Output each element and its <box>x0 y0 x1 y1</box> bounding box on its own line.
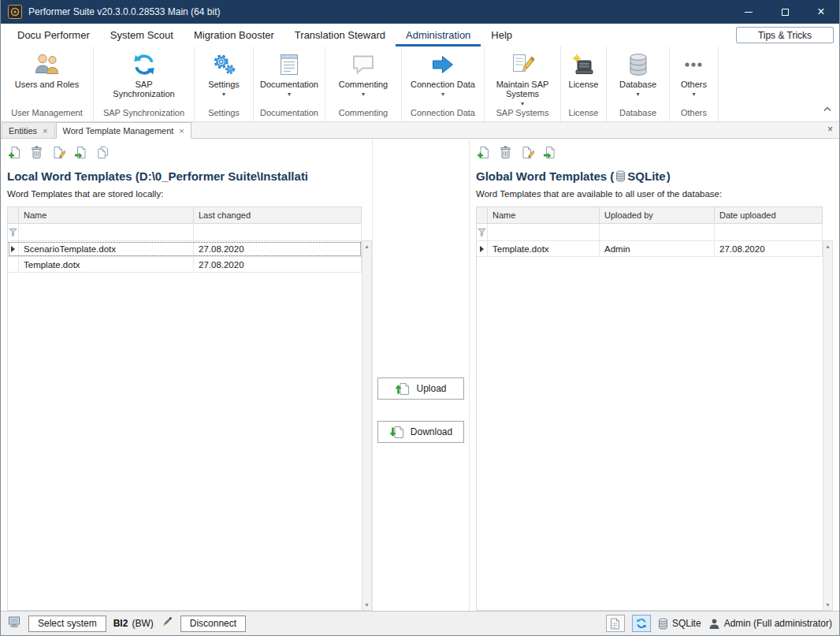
tab-entities[interactable]: Entities × <box>2 122 55 138</box>
commenting-button[interactable]: Commenting ▾ <box>336 50 390 99</box>
row-indicator-cell <box>8 241 19 257</box>
column-header-name[interactable]: Name <box>488 207 600 224</box>
upload-label: Upload <box>416 383 446 394</box>
sap-synchronization-button[interactable]: SAP Synchronization <box>107 50 181 100</box>
template-row[interactable]: ScenarioTemplate.dotx 27.08.2020 <box>8 241 362 257</box>
license-icon <box>571 52 595 77</box>
grid-filter-row <box>477 224 823 241</box>
ribbon-button-label: Commenting <box>339 80 388 89</box>
ribbon-group-label: License <box>561 108 606 121</box>
status-bar: Select system BI2 (BW) Disconnect SQLite… <box>1 611 839 635</box>
ribbon-group-label: User Management <box>1 108 93 121</box>
ribbon-button-label: License <box>569 80 599 89</box>
template-row[interactable]: Template.dotx 27.08.2020 <box>8 257 362 273</box>
vertical-scrollbar[interactable]: ▲ ▼ <box>823 240 833 611</box>
global-add-template-button[interactable] <box>476 145 491 160</box>
local-delete-template-button[interactable] <box>29 145 44 160</box>
filter-cell[interactable] <box>19 224 194 241</box>
documentation-icon <box>278 52 300 77</box>
database-button[interactable]: Database ▾ <box>617 50 659 99</box>
menu-system-scout[interactable]: System Scout <box>100 24 184 46</box>
content-area: Local Word Templates (D:\0_Performer Sui… <box>1 139 839 611</box>
system-name: BI2 <box>113 618 128 629</box>
minimize-button[interactable] <box>730 0 767 24</box>
report-icon <box>610 618 620 630</box>
download-icon <box>389 426 404 439</box>
ribbon-group-label: SAP Synchronization <box>94 108 194 121</box>
minimize-icon <box>745 12 753 13</box>
close-icon[interactable]: × <box>43 127 47 135</box>
license-button[interactable]: License <box>567 50 601 91</box>
scroll-down-icon[interactable]: ▼ <box>364 602 370 608</box>
users-icon <box>34 52 60 77</box>
filter-cell[interactable] <box>715 224 823 241</box>
scroll-up-icon[interactable]: ▲ <box>364 244 370 249</box>
scroll-down-icon[interactable]: ▼ <box>825 602 831 608</box>
close-icon[interactable]: × <box>827 125 833 134</box>
cell-name: Template.dotx <box>19 257 194 273</box>
maintain-sap-systems-button[interactable]: Maintain SAP Systems ▾ <box>485 50 559 108</box>
column-header-date-uploaded[interactable]: Date uploaded <box>715 207 823 224</box>
local-copy-template-button[interactable] <box>95 145 110 160</box>
settings-button[interactable]: Settings ▾ <box>206 50 242 99</box>
chevron-down-icon: ▾ <box>692 91 695 97</box>
filter-cell[interactable] <box>488 224 600 241</box>
filter-icon <box>9 228 17 236</box>
sync-icon <box>636 618 647 629</box>
connection-data-button[interactable]: Connection Data ▾ <box>408 50 478 99</box>
menu-docu-performer[interactable]: Docu Performer <box>7 24 100 46</box>
others-button[interactable]: Others ▾ <box>678 50 709 99</box>
sync-button[interactable] <box>632 615 651 632</box>
global-rename-template-button[interactable] <box>520 145 535 160</box>
menu-help[interactable]: Help <box>481 24 522 46</box>
documentation-button[interactable]: Documentation ▾ <box>258 50 321 99</box>
upload-button[interactable]: Upload <box>377 378 464 400</box>
local-checkout-template-button[interactable] <box>73 145 88 160</box>
report-button[interactable] <box>606 615 625 632</box>
select-system-button[interactable]: Select system <box>28 616 106 632</box>
cell-last-changed: 27.08.2020 <box>194 257 362 273</box>
close-icon[interactable]: × <box>179 127 184 135</box>
global-templates-grid: Name Uploaded by Date uploaded <box>476 206 823 611</box>
column-header-name[interactable]: Name <box>19 207 194 224</box>
global-checkout-template-button[interactable] <box>542 145 557 160</box>
global-delete-template-button[interactable] <box>498 145 513 160</box>
users-and-roles-button[interactable]: Users and Roles <box>13 50 81 91</box>
delete-template-icon <box>500 146 511 159</box>
cell-name: ScenarioTemplate.dotx <box>19 241 194 257</box>
menu-translation-steward[interactable]: Translation Steward <box>284 24 396 46</box>
local-templates-grid: Name Last changed ScenarioTemplate.dotx <box>7 206 362 611</box>
app-icon <box>8 5 22 19</box>
transfer-column: Upload Download <box>372 139 470 611</box>
row-indicator-header <box>8 207 19 224</box>
row-indicator-header <box>477 207 488 224</box>
grid-filter-row <box>8 224 362 241</box>
tips-tricks-button[interactable]: Tips & Tricks <box>736 27 834 43</box>
ribbon-group-documentation: Documentation ▾ Documentation <box>254 46 325 121</box>
vertical-scrollbar[interactable]: ▲ ▼ <box>362 240 372 611</box>
tab-word-template-management[interactable]: Word Template Management × <box>56 122 191 139</box>
chevron-down-icon: ▾ <box>521 101 524 106</box>
sap-sync-icon <box>132 52 156 77</box>
local-add-template-button[interactable] <box>7 145 22 160</box>
download-label: Download <box>411 426 452 437</box>
disconnect-button[interactable]: Disconnect <box>180 616 246 632</box>
maximize-button[interactable] <box>767 0 803 24</box>
scroll-up-icon[interactable]: ▲ <box>825 244 831 249</box>
ribbon-collapse-button[interactable] <box>823 101 831 115</box>
row-indicator-cell <box>477 241 488 257</box>
column-header-last-changed[interactable]: Last changed <box>194 207 362 224</box>
menu-migration-booster[interactable]: Migration Booster <box>184 24 284 46</box>
close-button[interactable]: × <box>803 0 839 24</box>
menu-administration[interactable]: Administration <box>396 24 481 46</box>
download-button[interactable]: Download <box>377 421 464 443</box>
gears-icon <box>212 52 236 77</box>
column-header-uploaded-by[interactable]: Uploaded by <box>600 207 715 224</box>
add-template-icon <box>477 146 490 159</box>
local-rename-template-button[interactable] <box>51 145 66 160</box>
template-row[interactable]: Template.dotx Admin 27.08.2020 <box>477 241 823 257</box>
filter-cell[interactable] <box>600 224 715 241</box>
global-toolbar <box>476 139 833 161</box>
ribbon-group-label: Database <box>607 108 669 121</box>
filter-cell[interactable] <box>194 224 362 241</box>
